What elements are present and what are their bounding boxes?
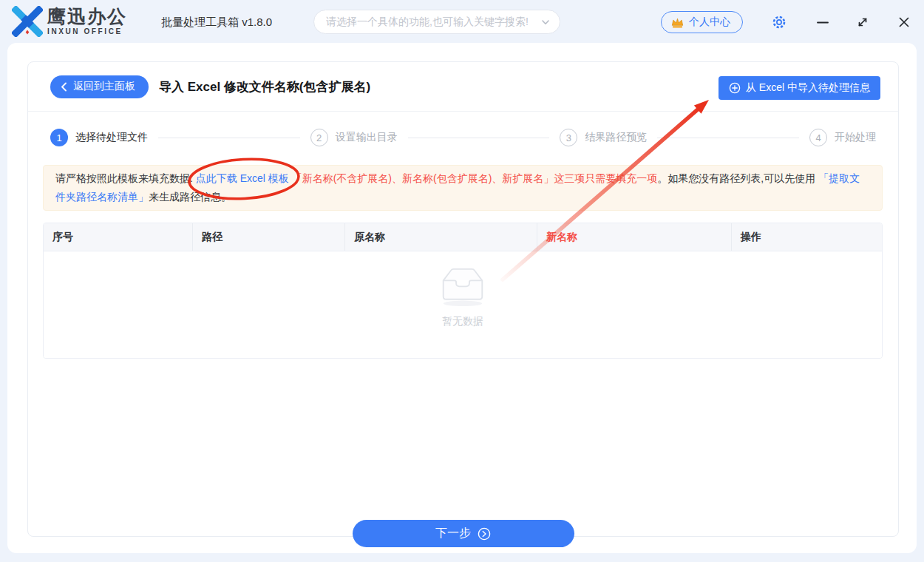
- resize-button[interactable]: [852, 13, 874, 31]
- empty-text: 暂无数据: [435, 315, 491, 328]
- step-4-start-process: 4 开始处理: [809, 129, 876, 146]
- rename-table: 序号 路径 原名称 新名称 操作 暂无数据: [43, 223, 883, 359]
- minimize-icon: [817, 16, 829, 28]
- col-header-path: 路径: [193, 223, 345, 251]
- settings-button[interactable]: [768, 13, 790, 31]
- user-center-button[interactable]: 个人中心: [661, 11, 743, 33]
- empty-state: 暂无数据: [435, 262, 491, 328]
- back-to-dashboard-button[interactable]: 返回到主面板: [50, 75, 149, 98]
- col-header-actions: 操作: [732, 223, 882, 251]
- logo-x-icon: [12, 6, 43, 37]
- table-header-row: 序号 路径 原名称 新名称 操作: [44, 223, 882, 251]
- step-1-select-files: 1 选择待处理文件: [50, 129, 148, 146]
- step-3-result-preview: 3 结果路径预览: [560, 129, 647, 146]
- step-4-number: 4: [809, 129, 827, 146]
- col-header-original-name: 原名称: [345, 223, 537, 251]
- app-logo: 鹰迅办公 INXUN OFFICE: [12, 6, 127, 37]
- import-from-excel-button[interactable]: 从 Excel 中导入待处理信息: [719, 76, 880, 100]
- arrow-right-circle-icon: [478, 527, 491, 541]
- titlebar: 鹰迅办公 INXUN OFFICE 批量处理工具箱 v1.8.0 请选择一个具体…: [0, 0, 924, 43]
- plus-circle-icon: [729, 82, 741, 94]
- step-connector: [657, 138, 799, 138]
- step-1-number: 1: [50, 129, 68, 146]
- resize-icon: [857, 16, 869, 28]
- table-body-empty: 暂无数据: [44, 251, 882, 359]
- next-button-label: 下一步: [435, 526, 471, 541]
- search-placeholder: 请选择一个具体的功能,也可输入关键字搜索!: [326, 16, 536, 29]
- step-4-label: 开始处理: [835, 131, 876, 144]
- minimize-button[interactable]: [812, 13, 834, 31]
- step-3-label: 结果路径预览: [585, 131, 647, 144]
- logo-title: 鹰迅办公: [47, 7, 127, 26]
- col-header-index: 序号: [44, 223, 193, 251]
- content-card: 返回到主面板 导入 Excel 修改文件名称(包含扩展名) 从 Excel 中导…: [27, 61, 899, 537]
- step-3-number: 3: [560, 129, 577, 146]
- back-button-label: 返回到主面板: [73, 80, 135, 93]
- chevron-down-icon: [540, 17, 551, 27]
- user-center-label: 个人中心: [689, 16, 730, 29]
- notice-prefix: 请严格按照此模板来填充数据:: [55, 172, 193, 184]
- app-title: 批量处理工具箱 v1.8.0: [161, 16, 272, 30]
- logo-subtitle: INXUN OFFICE: [47, 28, 127, 35]
- notice-mid-text: 。如果您没有路径列表,可以先使用: [657, 172, 815, 184]
- card-header: 返回到主面板 导入 Excel 修改文件名称(包含扩展名) 从 Excel 中导…: [28, 62, 898, 112]
- steps-bar: 1 选择待处理文件 2 设置输出目录 3 结果路径预览 4 开始处理: [28, 125, 898, 150]
- step-2-label: 设置输出目录: [336, 131, 398, 144]
- close-icon: [898, 16, 910, 28]
- empty-inbox-icon: [435, 262, 491, 308]
- step-connector: [408, 138, 550, 138]
- step-connector: [158, 138, 300, 138]
- main-window-body: 返回到主面板 导入 Excel 修改文件名称(包含扩展名) 从 Excel 中导…: [7, 43, 917, 553]
- notice-red-text: 「新名称(不含扩展名)、新名称(包含扩展名)、新扩展名」这三项只需要填充一项: [292, 172, 658, 184]
- col-header-new-name: 新名称: [537, 223, 732, 251]
- import-button-label: 从 Excel 中导入待处理信息: [746, 81, 870, 95]
- next-step-button[interactable]: 下一步: [353, 520, 574, 547]
- step-2-number: 2: [310, 129, 328, 146]
- download-template-link[interactable]: 点此下载 Excel 模板: [196, 172, 289, 184]
- step-2-output-dir: 2 设置输出目录: [310, 129, 398, 146]
- template-notice: 请严格按照此模板来填充数据: 点此下载 Excel 模板 「新名称(不含扩展名)…: [43, 165, 883, 211]
- chevron-left-icon: [61, 82, 67, 92]
- notice-suffix: 来生成路径信息。: [149, 191, 231, 203]
- page-title: 导入 Excel 修改文件名称(包含扩展名): [159, 78, 370, 95]
- crown-icon: [670, 16, 684, 29]
- function-search-select[interactable]: 请选择一个具体的功能,也可输入关键字搜索!: [313, 10, 560, 34]
- close-button[interactable]: [893, 13, 915, 31]
- gear-icon: [772, 15, 787, 30]
- step-1-label: 选择待处理文件: [75, 131, 148, 144]
